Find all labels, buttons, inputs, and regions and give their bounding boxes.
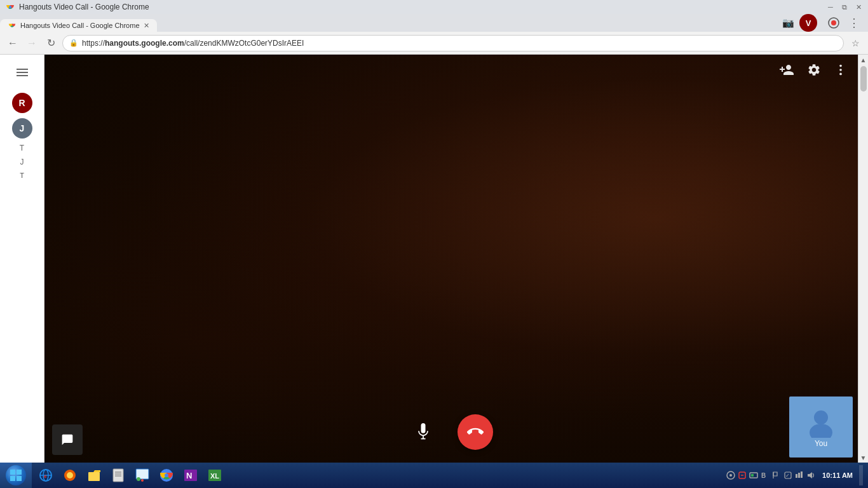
- reload-button[interactable]: ↻: [43, 36, 58, 51]
- nav-bar: ← → ↻ 🔒 https://hangouts.google.com/call…: [0, 32, 868, 55]
- taskbar-onenote-button[interactable]: N: [179, 465, 202, 485]
- sidebar-contact-j[interactable]: J: [12, 118, 32, 139]
- svg-point-7: [839, 73, 842, 76]
- profile-circle[interactable]: V: [799, 14, 817, 32]
- tray-icon-3-svg: [749, 471, 758, 480]
- tray-icon-1[interactable]: [726, 470, 736, 480]
- tray-icon-flag[interactable]: [771, 470, 782, 480]
- add-person-icon: [779, 62, 794, 78]
- tray-icon-4[interactable]: B: [760, 470, 770, 480]
- right-scrollbar[interactable]: ▲ ▼: [858, 55, 868, 463]
- svg-rect-48: [796, 474, 797, 478]
- svg-point-11: [814, 410, 828, 424]
- tray-icon-4-svg: B: [761, 471, 770, 480]
- call-top-controls: [779, 62, 848, 81]
- chrome-taskbar-icon: [159, 468, 174, 483]
- svg-rect-43: [751, 474, 754, 477]
- svg-point-30: [141, 479, 144, 482]
- title-bar: Hangouts Video Call - Google Chrome ─ ⧉ …: [0, 0, 868, 14]
- svg-point-4: [831, 20, 836, 25]
- system-tray: B ✓: [726, 470, 816, 480]
- svg-rect-8: [421, 423, 426, 433]
- sidebar-contact-r[interactable]: R: [12, 93, 32, 113]
- svg-point-6: [839, 69, 842, 71]
- svg-point-1: [9, 6, 11, 8]
- svg-point-5: [839, 65, 842, 67]
- hamburger-line-1: [17, 69, 28, 70]
- self-avatar-icon: [805, 406, 837, 438]
- svg-rect-50: [801, 471, 803, 478]
- scroll-up-arrow[interactable]: ▲: [858, 55, 869, 65]
- self-video-thumbnail: You: [789, 396, 853, 458]
- sidebar-contact-t[interactable]: T: [20, 144, 24, 152]
- more-options-button[interactable]: [834, 63, 848, 80]
- firefox-icon: [62, 468, 78, 483]
- video-call-area: You: [44, 55, 858, 463]
- tab-close-icon[interactable]: ✕: [144, 22, 149, 30]
- show-desktop-button[interactable]: [859, 465, 863, 485]
- svg-rect-14: [17, 470, 22, 475]
- extra-icon: XL: [207, 468, 222, 483]
- svg-point-22: [67, 472, 73, 478]
- content-area: R J T J T: [0, 55, 868, 463]
- tray-icon-6-svg: [795, 471, 804, 480]
- tab-bar: Hangouts Video Call - Google Chrome ✕ V …: [0, 14, 868, 32]
- start-button[interactable]: [0, 463, 32, 488]
- call-bottom-controls: [44, 414, 858, 450]
- tray-icon-5[interactable]: ✓: [783, 470, 793, 480]
- taskbar-explorer-button[interactable]: [83, 465, 105, 485]
- svg-text:N: N: [186, 471, 192, 480]
- end-call-button[interactable]: [458, 414, 493, 450]
- bookmark-icon[interactable]: ☆: [848, 36, 863, 51]
- tray-icon-2-svg: [738, 471, 747, 480]
- clock-time: 10:11 AM: [822, 471, 853, 479]
- taskbar-firefox-button[interactable]: [58, 465, 81, 485]
- end-call-icon: [467, 424, 484, 440]
- windows-logo-icon: [10, 469, 22, 482]
- browser-title: Hangouts Video Call - Google Chrome: [19, 3, 149, 11]
- svg-rect-13: [10, 470, 15, 475]
- taskbar-chrome-button[interactable]: [155, 465, 178, 485]
- system-clock[interactable]: 10:11 AM: [818, 471, 857, 479]
- hamburger-menu-button[interactable]: [10, 60, 35, 85]
- svg-rect-23: [88, 472, 100, 481]
- volume-icon[interactable]: [806, 470, 816, 480]
- minimize-button[interactable]: ─: [826, 3, 835, 11]
- sidebar-label-t: T: [20, 172, 24, 179]
- record-icon: [828, 17, 839, 29]
- sidebar-contact-j2[interactable]: J: [20, 158, 24, 166]
- microphone-button[interactable]: [409, 418, 437, 446]
- svg-point-12: [810, 424, 832, 438]
- video-background: [44, 55, 858, 463]
- restore-button[interactable]: ⧉: [840, 3, 849, 11]
- tray-icon-2[interactable]: [737, 470, 747, 480]
- taskbar-notepad-button[interactable]: [107, 465, 130, 485]
- chrome-menu-button[interactable]: ⋮: [845, 14, 863, 32]
- chat-icon: [61, 433, 74, 446]
- taskbar: e: [0, 463, 868, 488]
- taskbar-ie-button[interactable]: e: [34, 465, 57, 485]
- taskbar-extra-button[interactable]: XL: [203, 465, 226, 485]
- chrome-ext-icon[interactable]: [825, 14, 843, 32]
- close-button[interactable]: ✕: [854, 3, 863, 11]
- taskbar-paint-button[interactable]: [131, 465, 154, 485]
- svg-text:✓: ✓: [785, 473, 790, 478]
- svg-rect-15: [10, 476, 15, 481]
- active-tab[interactable]: Hangouts Video Call - Google Chrome ✕: [0, 19, 157, 32]
- tray-icon-3[interactable]: [749, 470, 759, 480]
- add-person-button[interactable]: [779, 62, 794, 81]
- chat-button[interactable]: [52, 424, 83, 455]
- svg-point-39: [729, 474, 732, 477]
- address-bar[interactable]: 🔒 https://hangouts.google.com/call/zendK…: [62, 35, 844, 51]
- scroll-thumb[interactable]: [860, 66, 867, 92]
- forward-button[interactable]: →: [24, 36, 39, 51]
- svg-rect-49: [798, 473, 800, 478]
- settings-button[interactable]: [807, 63, 821, 80]
- camera-icon[interactable]: 📷: [779, 14, 797, 32]
- paint-icon: [135, 468, 150, 483]
- url-display: https://hangouts.google.com/call/zendKMW…: [82, 39, 304, 48]
- tray-icon-6[interactable]: [794, 470, 804, 480]
- scroll-down-arrow[interactable]: ▼: [858, 452, 869, 463]
- ie-icon: e: [38, 468, 53, 483]
- back-button[interactable]: ←: [5, 36, 20, 51]
